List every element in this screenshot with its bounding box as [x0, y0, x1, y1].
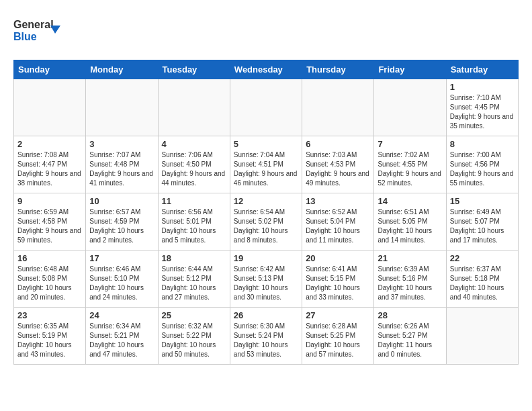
- day-number: 2: [17, 139, 82, 149]
- calendar-cell: 10Sunrise: 6:57 AM Sunset: 4:59 PM Dayli…: [86, 193, 158, 250]
- calendar-cell: 19Sunrise: 6:42 AM Sunset: 5:13 PM Dayli…: [230, 250, 302, 308]
- day-info: Sunrise: 6:59 AM Sunset: 4:58 PM Dayligh…: [17, 208, 82, 245]
- calendar-cell: 1Sunrise: 7:10 AM Sunset: 4:45 PM Daylig…: [446, 79, 518, 136]
- calendar-cell: 16Sunrise: 6:48 AM Sunset: 5:08 PM Dayli…: [14, 250, 86, 308]
- weekday-header-monday: Monday: [86, 60, 158, 79]
- day-number: 21: [378, 253, 442, 263]
- day-number: 27: [306, 310, 370, 320]
- day-info: Sunrise: 6:48 AM Sunset: 5:08 PM Dayligh…: [17, 265, 82, 302]
- day-number: 6: [306, 139, 370, 149]
- calendar-cell: 25Sunrise: 6:32 AM Sunset: 5:22 PM Dayli…: [158, 308, 230, 365]
- calendar-week-3: 16Sunrise: 6:48 AM Sunset: 5:08 PM Dayli…: [14, 250, 519, 308]
- weekday-header-thursday: Thursday: [302, 60, 374, 79]
- day-info: Sunrise: 6:46 AM Sunset: 5:10 PM Dayligh…: [89, 265, 154, 302]
- calendar-cell: 8Sunrise: 7:00 AM Sunset: 4:56 PM Daylig…: [446, 136, 518, 193]
- day-info: Sunrise: 6:37 AM Sunset: 5:18 PM Dayligh…: [450, 265, 515, 302]
- day-info: Sunrise: 6:52 AM Sunset: 5:04 PM Dayligh…: [306, 208, 370, 245]
- calendar-cell: [158, 79, 230, 136]
- day-info: Sunrise: 6:54 AM Sunset: 5:02 PM Dayligh…: [234, 208, 298, 245]
- calendar-cell: 17Sunrise: 6:46 AM Sunset: 5:10 PM Dayli…: [86, 250, 158, 308]
- day-number: 17: [89, 253, 154, 263]
- calendar-table: SundayMondayTuesdayWednesdayThursdayFrid…: [13, 60, 519, 365]
- day-number: 25: [162, 310, 226, 320]
- day-number: 11: [162, 196, 226, 206]
- calendar-cell: 7Sunrise: 7:02 AM Sunset: 4:55 PM Daylig…: [374, 136, 446, 193]
- calendar-header-row: SundayMondayTuesdayWednesdayThursdayFrid…: [14, 60, 519, 79]
- calendar-cell: 22Sunrise: 6:37 AM Sunset: 5:18 PM Dayli…: [446, 250, 518, 308]
- calendar-cell: 11Sunrise: 6:56 AM Sunset: 5:01 PM Dayli…: [158, 193, 230, 250]
- day-number: 20: [306, 253, 370, 263]
- calendar-cell: 18Sunrise: 6:44 AM Sunset: 5:12 PM Dayli…: [158, 250, 230, 308]
- weekday-header-tuesday: Tuesday: [158, 60, 230, 79]
- weekday-header-saturday: Saturday: [446, 60, 518, 79]
- day-number: 1: [450, 82, 515, 92]
- day-info: Sunrise: 6:28 AM Sunset: 5:25 PM Dayligh…: [306, 322, 370, 359]
- calendar-cell: 21Sunrise: 6:39 AM Sunset: 5:16 PM Dayli…: [374, 250, 446, 308]
- day-info: Sunrise: 6:26 AM Sunset: 5:27 PM Dayligh…: [378, 322, 442, 359]
- day-number: 18: [162, 253, 226, 263]
- day-info: Sunrise: 6:42 AM Sunset: 5:13 PM Dayligh…: [234, 265, 298, 302]
- calendar-cell: 14Sunrise: 6:51 AM Sunset: 5:05 PM Dayli…: [374, 193, 446, 250]
- calendar-cell: 24Sunrise: 6:34 AM Sunset: 5:21 PM Dayli…: [86, 308, 158, 365]
- day-info: Sunrise: 6:30 AM Sunset: 5:24 PM Dayligh…: [234, 322, 298, 359]
- day-info: Sunrise: 6:49 AM Sunset: 5:07 PM Dayligh…: [450, 208, 515, 245]
- weekday-header-sunday: Sunday: [14, 60, 86, 79]
- calendar-cell: 5Sunrise: 7:04 AM Sunset: 4:51 PM Daylig…: [230, 136, 302, 193]
- day-number: 7: [378, 139, 442, 149]
- day-number: 24: [89, 310, 154, 320]
- day-number: 22: [450, 253, 515, 263]
- calendar-cell: [230, 79, 302, 136]
- day-number: 26: [234, 310, 298, 320]
- day-info: Sunrise: 6:32 AM Sunset: 5:22 PM Dayligh…: [162, 322, 226, 359]
- calendar-body: 1Sunrise: 7:10 AM Sunset: 4:45 PM Daylig…: [14, 79, 519, 365]
- day-number: 5: [234, 139, 298, 149]
- day-info: Sunrise: 6:51 AM Sunset: 5:05 PM Dayligh…: [378, 208, 442, 245]
- calendar-cell: 9Sunrise: 6:59 AM Sunset: 4:58 PM Daylig…: [14, 193, 86, 250]
- logo: General Blue: [13, 13, 60, 53]
- calendar-cell: 26Sunrise: 6:30 AM Sunset: 5:24 PM Dayli…: [230, 308, 302, 365]
- calendar-cell: [446, 308, 518, 365]
- day-number: 13: [306, 196, 370, 206]
- day-info: Sunrise: 7:03 AM Sunset: 4:53 PM Dayligh…: [306, 150, 370, 188]
- svg-text:Blue: Blue: [13, 31, 37, 42]
- day-info: Sunrise: 6:57 AM Sunset: 4:59 PM Dayligh…: [89, 208, 154, 245]
- day-number: 15: [450, 196, 515, 206]
- day-number: 23: [17, 310, 82, 320]
- calendar-week-4: 23Sunrise: 6:35 AM Sunset: 5:19 PM Dayli…: [14, 308, 519, 365]
- calendar-cell: [302, 79, 374, 136]
- calendar-cell: [86, 79, 158, 136]
- calendar-cell: 2Sunrise: 7:08 AM Sunset: 4:47 PM Daylig…: [14, 136, 86, 193]
- day-number: 4: [162, 139, 226, 149]
- day-info: Sunrise: 6:35 AM Sunset: 5:19 PM Dayligh…: [17, 322, 82, 359]
- calendar-week-2: 9Sunrise: 6:59 AM Sunset: 4:58 PM Daylig…: [14, 193, 519, 250]
- calendar-cell: 23Sunrise: 6:35 AM Sunset: 5:19 PM Dayli…: [14, 308, 86, 365]
- day-info: Sunrise: 6:56 AM Sunset: 5:01 PM Dayligh…: [162, 208, 226, 245]
- calendar-cell: 3Sunrise: 7:07 AM Sunset: 4:48 PM Daylig…: [86, 136, 158, 193]
- day-info: Sunrise: 7:08 AM Sunset: 4:47 PM Dayligh…: [17, 150, 82, 188]
- day-info: Sunrise: 7:06 AM Sunset: 4:50 PM Dayligh…: [162, 150, 226, 188]
- day-info: Sunrise: 6:41 AM Sunset: 5:15 PM Dayligh…: [306, 265, 370, 302]
- calendar-week-1: 2Sunrise: 7:08 AM Sunset: 4:47 PM Daylig…: [14, 136, 519, 193]
- svg-text:General: General: [13, 19, 54, 30]
- day-info: Sunrise: 7:10 AM Sunset: 4:45 PM Dayligh…: [450, 93, 515, 131]
- day-number: 12: [234, 196, 298, 206]
- weekday-header-wednesday: Wednesday: [230, 60, 302, 79]
- calendar-cell: 6Sunrise: 7:03 AM Sunset: 4:53 PM Daylig…: [302, 136, 374, 193]
- day-info: Sunrise: 7:00 AM Sunset: 4:56 PM Dayligh…: [450, 150, 515, 188]
- calendar-cell: 13Sunrise: 6:52 AM Sunset: 5:04 PM Dayli…: [302, 193, 374, 250]
- calendar-cell: 12Sunrise: 6:54 AM Sunset: 5:02 PM Dayli…: [230, 193, 302, 250]
- day-number: 14: [378, 196, 442, 206]
- day-number: 8: [450, 139, 515, 149]
- day-info: Sunrise: 6:39 AM Sunset: 5:16 PM Dayligh…: [378, 265, 442, 302]
- day-number: 19: [234, 253, 298, 263]
- calendar-cell: 28Sunrise: 6:26 AM Sunset: 5:27 PM Dayli…: [374, 308, 446, 365]
- calendar-cell: 15Sunrise: 6:49 AM Sunset: 5:07 PM Dayli…: [446, 193, 518, 250]
- calendar-cell: [374, 79, 446, 136]
- day-number: 16: [17, 253, 82, 263]
- day-info: Sunrise: 7:04 AM Sunset: 4:51 PM Dayligh…: [234, 150, 298, 188]
- day-info: Sunrise: 7:02 AM Sunset: 4:55 PM Dayligh…: [378, 150, 442, 188]
- calendar-cell: 4Sunrise: 7:06 AM Sunset: 4:50 PM Daylig…: [158, 136, 230, 193]
- calendar-cell: 20Sunrise: 6:41 AM Sunset: 5:15 PM Dayli…: [302, 250, 374, 308]
- calendar-week-0: 1Sunrise: 7:10 AM Sunset: 4:45 PM Daylig…: [14, 79, 519, 136]
- day-info: Sunrise: 6:34 AM Sunset: 5:21 PM Dayligh…: [89, 322, 154, 359]
